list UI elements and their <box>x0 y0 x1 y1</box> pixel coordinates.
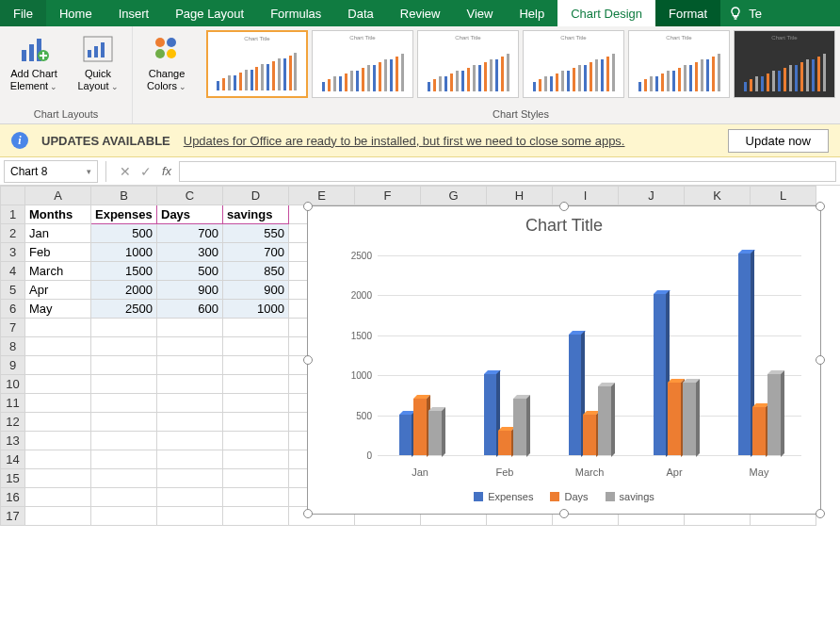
update-now-button[interactable]: Update now <box>728 129 829 153</box>
cell-B11[interactable] <box>91 394 157 413</box>
cell-B7[interactable] <box>91 319 157 337</box>
chart-handle-sw[interactable] <box>303 509 313 518</box>
cell-B16[interactable] <box>91 488 157 507</box>
cell-A12[interactable] <box>25 413 91 432</box>
cancel-formula-button[interactable]: ✕ <box>115 161 136 182</box>
cell-D17[interactable] <box>223 507 289 526</box>
row-header-13[interactable]: 13 <box>1 432 25 450</box>
enter-formula-button[interactable]: ✓ <box>136 161 156 182</box>
col-header-F[interactable]: F <box>355 187 421 205</box>
bar-Expenses-Feb[interactable] <box>484 374 497 455</box>
cell-D6[interactable]: 1000 <box>223 300 289 319</box>
cell-A16[interactable] <box>25 488 91 507</box>
col-header-K[interactable]: K <box>685 187 751 205</box>
cell-A4[interactable]: March <box>25 262 91 281</box>
cell-B1[interactable]: Expenses <box>91 205 157 224</box>
col-header-E[interactable]: E <box>289 187 355 205</box>
cell-B10[interactable] <box>91 375 157 394</box>
cell-D8[interactable] <box>223 337 289 356</box>
col-header-H[interactable]: H <box>487 187 553 205</box>
bar-Expenses-Apr[interactable] <box>654 294 667 455</box>
cell-A7[interactable] <box>25 319 91 337</box>
cell-D5[interactable]: 900 <box>223 281 289 300</box>
row-header-9[interactable]: 9 <box>1 356 25 375</box>
col-header-D[interactable]: D <box>223 187 289 205</box>
row-header-11[interactable]: 11 <box>1 394 25 413</box>
cell-D7[interactable] <box>223 319 289 337</box>
bar-Expenses-May[interactable] <box>738 254 751 455</box>
cell-B12[interactable] <box>91 413 157 432</box>
row-header-15[interactable]: 15 <box>1 469 25 488</box>
bar-savings-May[interactable] <box>767 374 781 455</box>
bar-Days-Feb[interactable] <box>498 431 511 455</box>
cell-B3[interactable]: 1000 <box>91 243 157 262</box>
cell-A5[interactable]: Apr <box>25 281 91 300</box>
chart-handle-s[interactable] <box>559 509 569 518</box>
cell-B17[interactable] <box>91 507 157 526</box>
col-header-L[interactable]: L <box>751 187 816 205</box>
bar-Days-Apr[interactable] <box>668 383 681 455</box>
row-header-6[interactable]: 6 <box>1 300 25 319</box>
cell-C2[interactable]: 700 <box>157 224 223 243</box>
bar-Days-Jan[interactable] <box>413 399 427 455</box>
cell-D3[interactable]: 700 <box>223 243 289 262</box>
cell-C11[interactable] <box>157 394 223 413</box>
legend-item-Days[interactable]: Days <box>550 491 588 502</box>
col-header-J[interactable]: J <box>619 187 685 205</box>
add-chart-element-button[interactable]: Add Chart Element <box>6 30 62 95</box>
cell-C12[interactable] <box>157 413 223 432</box>
cell-B6[interactable]: 2500 <box>91 300 157 319</box>
chart-handle-e[interactable] <box>816 355 825 365</box>
cell-C13[interactable] <box>157 432 223 450</box>
tab-file[interactable]: File <box>0 0 46 26</box>
tab-formulas[interactable]: Formulas <box>257 0 334 26</box>
cell-D11[interactable] <box>223 394 289 413</box>
tab-home[interactable]: Home <box>46 0 105 26</box>
cell-A9[interactable] <box>25 356 91 375</box>
formula-bar[interactable] <box>179 161 836 182</box>
cell-A11[interactable] <box>25 394 91 413</box>
legend-item-savings[interactable]: savings <box>606 491 654 502</box>
chart-handle-se[interactable] <box>816 509 825 518</box>
cell-B9[interactable] <box>91 356 157 375</box>
chart-style-4[interactable]: Chart Title <box>523 30 624 98</box>
cell-C14[interactable] <box>157 450 223 469</box>
tab-data[interactable]: Data <box>334 0 386 26</box>
tab-help[interactable]: Help <box>506 0 557 26</box>
cell-D4[interactable]: 850 <box>223 262 289 281</box>
cell-A17[interactable] <box>25 507 91 526</box>
chart-handle-n[interactable] <box>559 202 569 211</box>
cell-C7[interactable] <box>157 319 223 337</box>
row-header-4[interactable]: 4 <box>1 262 25 281</box>
bar-savings-Apr[interactable] <box>683 383 696 455</box>
cell-B14[interactable] <box>91 450 157 469</box>
cell-A8[interactable] <box>25 337 91 356</box>
cell-D10[interactable] <box>223 375 289 394</box>
cell-A10[interactable] <box>25 375 91 394</box>
row-header-12[interactable]: 12 <box>1 413 25 432</box>
cell-D16[interactable] <box>223 488 289 507</box>
bar-Expenses-March[interactable] <box>569 335 582 455</box>
cell-A3[interactable]: Feb <box>25 243 91 262</box>
cell-B4[interactable]: 1500 <box>91 262 157 281</box>
tell-me[interactable]: Te <box>720 0 769 26</box>
cell-C6[interactable]: 600 <box>157 300 223 319</box>
cell-D1[interactable]: savings <box>223 205 289 224</box>
row-header-10[interactable]: 10 <box>1 375 25 394</box>
chart-style-5[interactable]: Chart Title <box>628 30 730 98</box>
cell-C1[interactable]: Days <box>157 205 223 224</box>
row-header-5[interactable]: 5 <box>1 281 25 300</box>
legend-item-Expenses[interactable]: Expenses <box>474 491 533 502</box>
cell-C3[interactable]: 300 <box>157 243 223 262</box>
chart-style-1[interactable]: Chart Title <box>206 30 308 98</box>
cell-C15[interactable] <box>157 469 223 488</box>
cell-A6[interactable]: May <box>25 300 91 319</box>
updates-message[interactable]: Updates for Office are ready to be insta… <box>184 134 625 148</box>
cell-C8[interactable] <box>157 337 223 356</box>
row-header-8[interactable]: 8 <box>1 337 25 356</box>
tab-format[interactable]: Format <box>655 0 720 26</box>
cell-C5[interactable]: 900 <box>157 281 223 300</box>
chart-style-3[interactable]: Chart Title <box>417 30 519 98</box>
cell-D9[interactable] <box>223 356 289 375</box>
col-header-G[interactable]: G <box>421 187 487 205</box>
